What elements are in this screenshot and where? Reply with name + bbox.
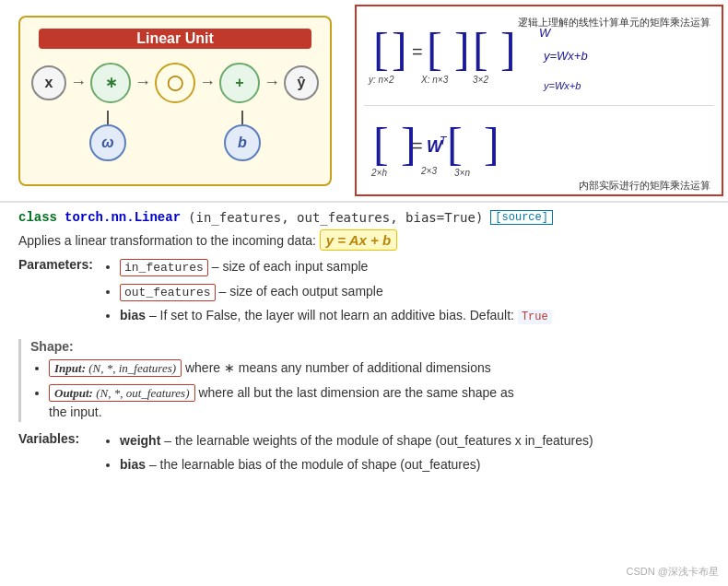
parameters-list: in_features – size of each input sample … [101, 257, 552, 330]
svg-text:y: n×2: y: n×2 [368, 75, 394, 85]
diagram-left: Linear Unit x → ∗ → ◯ → [0, 0, 350, 201]
param-bias-default: True [518, 310, 552, 324]
parameters-label: Parameters: [18, 257, 101, 330]
shape-output-desc: where all but the last dimension are the… [198, 385, 513, 400]
node-multiply: ∗ [90, 63, 131, 103]
svg-text:]: ] [454, 23, 470, 75]
param-bias-name: bias [120, 308, 146, 322]
shape-label: Shape: [30, 339, 710, 354]
node-omega: ω [89, 124, 126, 161]
node-x: x [31, 65, 66, 100]
shape-section: Shape: Input: (N, *, in_features) where … [18, 339, 710, 422]
math-bottom: 内部实际进行的矩阵乘法运算 [ ] = W T [ ] 2×h 2×3 3×n [364, 111, 714, 194]
shape-output-desc-2: the input. [49, 404, 102, 419]
svg-text:X: n×3: X: n×3 [420, 75, 449, 85]
svg-text:[: [ [427, 23, 442, 75]
svg-text:]: ] [500, 23, 516, 75]
node-circle: ◯ [155, 63, 195, 103]
diagram-flow: x → ∗ → ◯ → + → ŷ [39, 63, 311, 103]
var-weight: weight – the learnable weights of the mo… [120, 431, 593, 451]
shape-list: Input: (N, *, in_features) where ∗ means… [30, 358, 710, 422]
svg-text:]: ] [392, 23, 407, 75]
formula: y = Ax + b [320, 229, 397, 251]
node-bias: b [224, 124, 261, 161]
variables-list: weight – the learnable weights of the mo… [101, 431, 593, 479]
var-bias: bias – the learnable bias of the module … [120, 455, 593, 475]
linear-unit-box: Linear Unit x → ∗ → ◯ → [18, 16, 332, 186]
node-yhat: ŷ [284, 65, 319, 100]
shape-input-formula: Input: (N, *, in_features) [49, 359, 182, 377]
node-plus: + [219, 63, 260, 103]
param-in-features: in_features – size of each input sample [120, 257, 552, 277]
shape-output-formula: Output: (N, *, out_features) [49, 384, 195, 402]
param-out-features-name: out_features [120, 284, 216, 301]
watermark: CSDN @深浅卡布星 [627, 565, 719, 579]
svg-text:2×3: 2×3 [420, 166, 437, 176]
param-bias-desc: – If set to False, the layer will not le… [149, 308, 518, 322]
svg-text:3×2: 3×2 [473, 75, 488, 85]
var-weight-name: weight [120, 433, 160, 448]
svg-text:=: = [412, 135, 423, 156]
var-bias-name: bias [120, 457, 146, 472]
arrow-4: → [264, 73, 280, 92]
diagram-right: 逻辑上理解的线性计算单元的矩阵乘法运算 [ ] = [ ] [ ] y: n×2… [355, 5, 723, 196]
svg-text:3×n: 3×n [454, 168, 470, 178]
svg-text:y=Wx+b: y=Wx+b [543, 80, 581, 91]
class-name: torch.nn.Linear [65, 210, 181, 225]
param-in-features-name: in_features [120, 259, 208, 276]
arrow-3: → [199, 73, 216, 92]
var-bias-desc: – the learnable bias of the module of sh… [149, 457, 481, 472]
svg-text:[: [ [373, 23, 389, 75]
shape-output: Output: (N, *, out_features) where all b… [49, 383, 710, 422]
variables-section: Variables: weight – the learnable weight… [18, 431, 710, 479]
math-top: 逻辑上理解的线性计算单元的矩阵乘法运算 [ ] = [ ] [ ] y: n×2… [364, 14, 714, 106]
param-out-features: out_features – size of each output sampl… [120, 282, 552, 302]
arrow-1: → [70, 73, 87, 92]
shape-input-desc: where ∗ means any number of additional d… [185, 360, 491, 375]
svg-text:y=Wx+b: y=Wx+b [543, 49, 588, 63]
svg-text:[: [ [373, 118, 389, 170]
svg-text:]: ] [484, 118, 499, 170]
svg-text:[: [ [447, 118, 463, 170]
shape-input: Input: (N, *, in_features) where ∗ means… [49, 358, 710, 378]
math-title-bottom: 内部实际进行的矩阵乘法运算 [579, 179, 710, 193]
svg-text:[: [ [473, 23, 488, 75]
class-line: class torch.nn.Linear(in_features, out_f… [18, 210, 710, 225]
param-out-features-desc: – size of each output sample [219, 284, 383, 299]
variables-label: Variables: [18, 431, 101, 479]
math-title-top: 逻辑上理解的线性计算单元的矩阵乘法运算 [518, 16, 710, 29]
var-weight-desc: – the learnable weights of the module of… [164, 433, 593, 448]
svg-text:=: = [412, 41, 423, 62]
content-section: class torch.nn.Linear(in_features, out_f… [0, 203, 728, 486]
applies-line: Applies a linear transformation to the i… [18, 232, 710, 248]
diagram-title: Linear Unit [39, 29, 311, 49]
keyword-class: class [18, 210, 57, 225]
top-section: Linear Unit x → ∗ → ◯ → [0, 0, 728, 203]
param-bias: bias – If set to False, the layer will n… [120, 306, 552, 325]
param-in-features-desc: – size of each input sample [212, 259, 369, 274]
parameters-section: Parameters: in_features – size of each i… [18, 257, 710, 330]
applies-text: Applies a linear transformation to the i… [18, 233, 316, 248]
source-link[interactable]: [source] [490, 210, 553, 225]
svg-text:2×h: 2×h [370, 168, 387, 178]
arrow-2: → [135, 73, 151, 92]
